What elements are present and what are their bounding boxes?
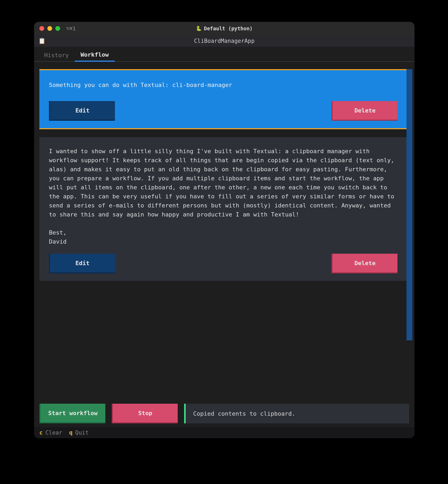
keybind-key: q	[69, 429, 73, 436]
card-buttons: Edit Delete	[49, 254, 397, 273]
keybind-key: c	[39, 429, 43, 436]
titlebar-shortcut-hint: ⌥⌘1	[66, 26, 76, 31]
python-icon: 🐍	[196, 26, 201, 31]
delete-button[interactable]: Delete	[331, 254, 397, 273]
keybind-label: Clear	[45, 429, 62, 436]
titlebar-center: 🐍 Default (python)	[196, 26, 252, 31]
keybind-label: Quit	[75, 429, 89, 436]
titlebar-title: Default (python)	[204, 26, 252, 31]
clipboard-icon: 📋	[38, 37, 44, 44]
card-buttons: Edit Delete	[49, 101, 397, 121]
status-toast: Copied contents to clipboard.	[184, 404, 409, 423]
close-window-button[interactable]	[39, 26, 44, 31]
keys-footer: c Clear q Quit	[34, 427, 414, 438]
minimize-window-button[interactable]	[47, 26, 52, 31]
action-row: Start workflow Stop Copied contents to c…	[34, 400, 414, 427]
edit-button[interactable]: Edit	[49, 254, 115, 273]
keybind-clear[interactable]: c Clear	[39, 429, 62, 436]
tab-history[interactable]: History	[38, 49, 75, 61]
terminal-window: ⌥⌘1 🐍 Default (python) 📋 CliBoardManager…	[34, 22, 414, 438]
delete-button[interactable]: Delete	[331, 101, 397, 121]
main-panel: Something you can do with Textual: cli-b…	[34, 62, 414, 400]
keybind-quit[interactable]: q Quit	[69, 429, 89, 436]
app-header: 📋 CliBoardManagerApp	[34, 35, 414, 47]
stop-button[interactable]: Stop	[112, 404, 178, 423]
start-workflow-button[interactable]: Start workflow	[39, 404, 105, 423]
maximize-window-button[interactable]	[55, 26, 60, 31]
status-text: Copied contents to clipboard.	[193, 410, 295, 417]
scrollbar[interactable]	[406, 69, 412, 400]
tabs-row: History Workflow	[34, 47, 414, 62]
edit-button[interactable]: Edit	[49, 101, 115, 121]
scrollbar-thumb[interactable]	[406, 69, 412, 340]
workflow-card-selected[interactable]: Something you can do with Textual: cli-b…	[39, 69, 407, 129]
tab-workflow[interactable]: Workflow	[75, 48, 115, 62]
mac-titlebar: ⌥⌘1 🐍 Default (python)	[34, 22, 414, 35]
main-scroll-content: Something you can do with Textual: cli-b…	[39, 69, 407, 400]
traffic-lights	[39, 26, 60, 31]
workflow-card[interactable]: I wanted to show off a little silly thin…	[39, 137, 407, 281]
card-text: I wanted to show off a little silly thin…	[49, 147, 397, 246]
app-title: CliBoardManagerApp	[194, 38, 255, 44]
card-text: Something you can do with Textual: cli-b…	[49, 81, 397, 89]
